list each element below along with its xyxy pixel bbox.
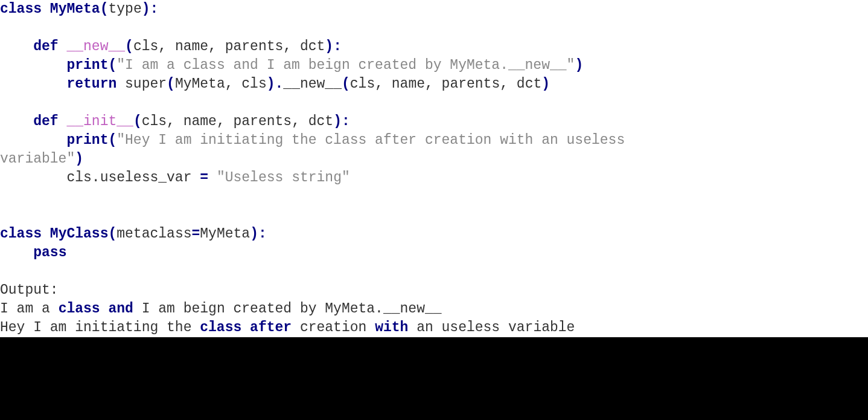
paren-close: ) bbox=[333, 114, 342, 129]
keyword-def: def bbox=[33, 39, 58, 54]
output-line2-b: class after bbox=[200, 320, 292, 335]
paren-open: ( bbox=[125, 39, 133, 54]
metaclass-kw: metaclass bbox=[116, 226, 191, 242]
paren-close: ) bbox=[142, 1, 150, 17]
paren-close: ) bbox=[250, 226, 258, 242]
output-line2-c: creation bbox=[292, 320, 375, 335]
assign-rhs: "Useless string" bbox=[217, 170, 350, 186]
call-args: cls, name, parents, dct bbox=[350, 76, 541, 92]
assign-lhs: cls.useless_var bbox=[66, 170, 191, 186]
paren-open: ( bbox=[100, 1, 109, 17]
base-type: type bbox=[108, 1, 141, 17]
colon: : bbox=[333, 39, 342, 54]
output-line2-e: an useless variable bbox=[408, 320, 575, 335]
fn-super: super bbox=[125, 76, 167, 92]
params-new: cls, name, parents, dct bbox=[133, 39, 325, 54]
keyword-pass: pass bbox=[33, 245, 66, 260]
paren-open: ( bbox=[167, 76, 175, 92]
paren-open: ( bbox=[108, 226, 116, 242]
paren-open: ( bbox=[108, 132, 116, 148]
colon: : bbox=[150, 1, 159, 17]
paren-open: ( bbox=[108, 57, 116, 73]
keyword-def: def bbox=[33, 114, 58, 129]
paren-open: ( bbox=[133, 114, 142, 129]
output-line1-c: I am beign created by MyMeta.__new__ bbox=[133, 301, 442, 317]
paren-close: ) bbox=[541, 76, 550, 92]
output-line2-d: with bbox=[375, 320, 408, 335]
method-new: __new__ bbox=[283, 76, 342, 92]
output-line1-b: class and bbox=[59, 301, 133, 317]
metaclass-val: MyMeta bbox=[200, 226, 250, 242]
assign-op: = bbox=[200, 170, 208, 186]
colon: : bbox=[258, 226, 267, 242]
paren-close: ) bbox=[325, 39, 333, 54]
eq: = bbox=[192, 226, 200, 242]
paren-open: ( bbox=[342, 76, 350, 92]
dunder-new: __new__ bbox=[66, 39, 125, 54]
params-init: cls, name, parents, dct bbox=[142, 114, 333, 129]
paren-close: ) bbox=[575, 57, 583, 73]
paren-close: ) bbox=[267, 76, 275, 92]
colon: : bbox=[342, 114, 350, 129]
keyword-return: return bbox=[66, 76, 116, 92]
string-init-b: variable" bbox=[0, 151, 75, 167]
classname-mymeta: MyMeta bbox=[50, 1, 100, 17]
fn-print: print bbox=[66, 57, 108, 73]
output-line2-a: Hey I am initiating the bbox=[0, 320, 200, 335]
dot: . bbox=[275, 76, 284, 92]
keyword-class: class bbox=[0, 1, 42, 17]
keyword-class: class bbox=[0, 226, 42, 242]
string-new: "I am a class and I am beign created by … bbox=[116, 57, 575, 73]
output-line1-a: I am a bbox=[0, 301, 59, 317]
code-block: class MyMeta(type): def __new__(cls, nam… bbox=[0, 0, 868, 337]
paren-close: ) bbox=[75, 151, 83, 167]
string-init-a: "Hey I am initiating the class after cre… bbox=[116, 132, 633, 148]
dunder-init: __init__ bbox=[66, 114, 133, 129]
bottom-black-bar bbox=[0, 337, 868, 373]
super-args: MyMeta, cls bbox=[175, 76, 267, 92]
output-label: Output: bbox=[0, 282, 59, 298]
fn-print: print bbox=[66, 132, 108, 148]
classname-myclass: MyClass bbox=[50, 226, 109, 242]
